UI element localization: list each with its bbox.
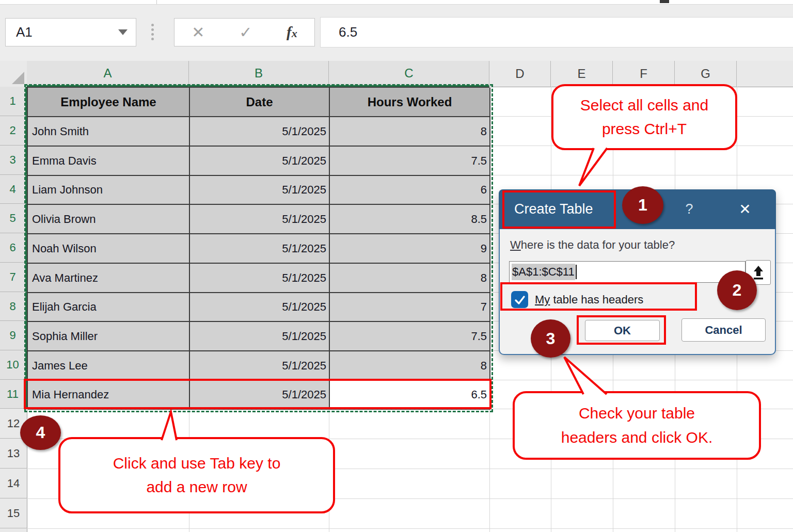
- data-cell[interactable]: 5/1/2025: [190, 147, 330, 176]
- table-row: John Smith5/1/20258: [28, 117, 489, 147]
- name-box[interactable]: A1: [5, 18, 136, 46]
- data-cell[interactable]: Sophia Miller: [28, 322, 190, 351]
- table-row: Mia Hernandez5/1/20256.5: [28, 381, 489, 410]
- ribbon-bottom-edge: [0, 0, 793, 5]
- my-table-has-headers-checkbox[interactable]: [511, 291, 528, 308]
- column-header-a[interactable]: A: [27, 61, 189, 87]
- column-header-e[interactable]: E: [551, 61, 613, 87]
- row-header-6[interactable]: 6: [0, 233, 27, 263]
- data-cell[interactable]: 5/1/2025: [190, 381, 330, 410]
- data-cell[interactable]: 5/1/2025: [190, 234, 330, 264]
- column-header-d[interactable]: D: [489, 61, 551, 87]
- data-cell[interactable]: 5/1/2025: [190, 264, 330, 293]
- confirm-entry-icon[interactable]: ✓: [239, 23, 252, 41]
- data-cell[interactable]: Noah Wilson: [28, 234, 190, 264]
- name-box-value: A1: [6, 24, 118, 40]
- data-cell[interactable]: Emma Davis: [28, 147, 190, 176]
- data-cell[interactable]: 6: [330, 176, 490, 205]
- row-header-9[interactable]: 9: [0, 321, 27, 350]
- header-cell[interactable]: Hours Worked: [330, 88, 490, 117]
- header-cell[interactable]: Employee Name: [28, 88, 190, 117]
- data-cell[interactable]: 8: [330, 351, 490, 381]
- gridline: [27, 528, 793, 529]
- table-range-input[interactable]: $A$1:$C$11: [509, 261, 746, 283]
- table-row: Elijah Garcia5/1/20257: [28, 293, 489, 322]
- data-cell[interactable]: 7.5: [330, 147, 490, 176]
- dialog-title: Create Table: [514, 189, 593, 229]
- data-cell[interactable]: Elijah Garcia: [28, 293, 190, 322]
- checkbox-label[interactable]: My table has headers: [535, 293, 643, 307]
- row-header-3[interactable]: 3: [0, 146, 27, 175]
- table-row: Liam Johnson5/1/20256: [28, 176, 489, 205]
- ribbon-artifact: [660, 0, 669, 3]
- table-row: Olivia Brown5/1/20258.5: [28, 205, 489, 234]
- row-header-8[interactable]: 8: [0, 292, 27, 321]
- data-cell[interactable]: 7.5: [330, 322, 490, 351]
- data-cell[interactable]: John Smith: [28, 117, 190, 147]
- row-header-5[interactable]: 5: [0, 204, 27, 233]
- step-badge-3: 3: [531, 319, 570, 358]
- row-header-2[interactable]: 2: [0, 116, 27, 146]
- data-cell[interactable]: 6.5: [330, 381, 490, 410]
- callout-select-cells: Select all cells andpress Ctrl+T: [551, 84, 737, 150]
- help-icon[interactable]: ?: [679, 189, 700, 229]
- table-range-value: $A$1:$C$11: [512, 264, 575, 280]
- table-row: Ava Martinez5/1/20258: [28, 264, 489, 293]
- insert-function-icon[interactable]: fx: [287, 24, 297, 41]
- chevron-down-icon[interactable]: [118, 29, 128, 35]
- step-badge-2: 2: [717, 270, 757, 310]
- row-header-4[interactable]: 4: [0, 175, 27, 204]
- data-cell[interactable]: 5/1/2025: [190, 293, 330, 322]
- row-header-7[interactable]: 7: [0, 263, 27, 292]
- table-row: Emma Davis5/1/20257.5: [28, 147, 489, 176]
- select-all-triangle-icon: [12, 72, 24, 84]
- table-row: James Lee5/1/20258: [28, 351, 489, 381]
- ribbon-divider: [156, 0, 157, 4]
- formula-bar-resize-handle[interactable]: [151, 24, 154, 40]
- employee-table: Employee NameDateHours WorkedJohn Smith5…: [27, 87, 489, 409]
- cancel-button[interactable]: Cancel: [681, 318, 766, 342]
- range-question-label: Where is the data for your table?: [510, 238, 675, 252]
- data-cell[interactable]: James Lee: [28, 351, 190, 381]
- ok-button[interactable]: OK: [585, 320, 660, 341]
- data-cell[interactable]: Ava Martinez: [28, 264, 190, 293]
- formula-bar-value: 6.5: [321, 24, 357, 40]
- column-header-g[interactable]: G: [675, 61, 737, 87]
- table-row: Employee NameDateHours Worked: [28, 88, 489, 117]
- row-header-15[interactable]: 15: [0, 498, 27, 528]
- callout-check-headers: Check your tableheaders and click OK.: [513, 391, 761, 460]
- data-cell[interactable]: 5/1/2025: [190, 322, 330, 351]
- row-header-11[interactable]: 11: [0, 380, 27, 409]
- table-row: Noah Wilson5/1/20259: [28, 234, 489, 264]
- text-caret: [576, 265, 577, 279]
- step-badge-1: 1: [622, 186, 663, 224]
- header-cell[interactable]: Date: [190, 88, 330, 117]
- data-cell[interactable]: Mia Hernandez: [28, 381, 190, 410]
- row-header-13[interactable]: 13: [0, 439, 27, 469]
- data-cell[interactable]: 7: [330, 293, 490, 322]
- data-cell[interactable]: 5/1/2025: [190, 117, 330, 147]
- column-header-f[interactable]: F: [613, 61, 675, 87]
- data-cell[interactable]: Liam Johnson: [28, 176, 190, 205]
- step-badge-4: 4: [20, 415, 61, 450]
- data-cell[interactable]: 8.5: [330, 205, 490, 234]
- table-row: Sophia Miller5/1/20257.5: [28, 322, 489, 351]
- data-cell[interactable]: 5/1/2025: [190, 176, 330, 205]
- data-cell[interactable]: 8: [330, 117, 490, 147]
- formula-bar-input[interactable]: 6.5: [320, 17, 793, 47]
- column-header-b[interactable]: B: [189, 61, 329, 87]
- data-cell[interactable]: 8: [330, 264, 490, 293]
- select-all-corner[interactable]: [0, 61, 27, 87]
- callout-tab-new-row: Click and use Tab key toadd a new row: [58, 437, 335, 513]
- row-header-14[interactable]: 14: [0, 469, 27, 498]
- data-cell[interactable]: 5/1/2025: [190, 351, 330, 381]
- data-cell[interactable]: 9: [330, 234, 490, 264]
- data-cell[interactable]: Olivia Brown: [28, 205, 190, 234]
- row-header-10[interactable]: 10: [0, 350, 27, 380]
- close-icon[interactable]: ✕: [732, 189, 758, 229]
- column-header-c[interactable]: C: [329, 61, 489, 87]
- row-header-1[interactable]: 1: [0, 87, 27, 116]
- formula-toolbar: ✕ ✓ fx: [174, 18, 315, 46]
- data-cell[interactable]: 5/1/2025: [190, 205, 330, 234]
- cancel-entry-icon[interactable]: ✕: [192, 23, 204, 41]
